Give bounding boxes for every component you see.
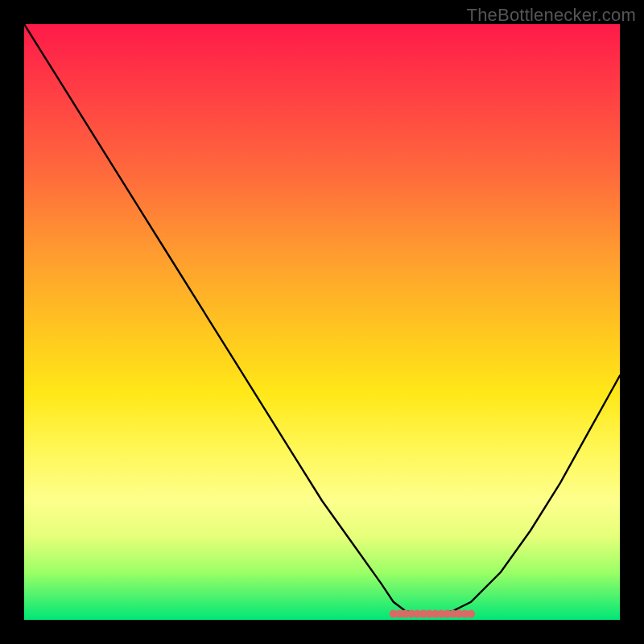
chart-frame: TheBottleneсker.com [0,0,644,644]
plot-area [24,24,620,620]
watermark-label: TheBottleneсker.com [467,5,636,26]
bottleneck-curve-svg [24,24,620,620]
bottleneck-curve-path [24,24,620,614]
flat-marker [467,610,475,618]
flat-region-markers [390,610,475,618]
